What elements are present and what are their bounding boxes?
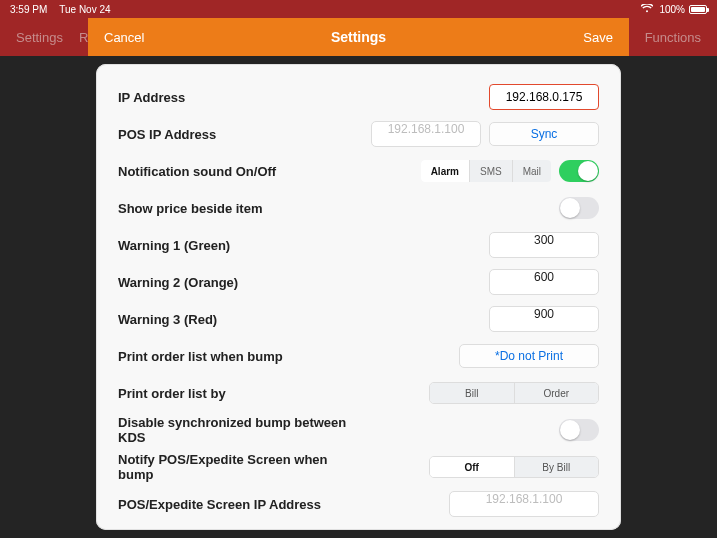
w2-input[interactable]: 600 (489, 269, 599, 295)
seg-order[interactable]: Order (514, 383, 599, 403)
seg-sms[interactable]: SMS (470, 160, 513, 182)
showprice-toggle[interactable] (559, 197, 599, 219)
cancel-button[interactable]: Cancel (104, 30, 144, 45)
battery-percent: 100% (659, 4, 685, 15)
status-bar: 3:59 PM Tue Nov 24 100% (0, 0, 717, 18)
w1-input[interactable]: 300 (489, 232, 599, 258)
seg-bill[interactable]: Bill (430, 383, 514, 403)
nav-functions[interactable]: Functions (645, 30, 701, 45)
disablesync-toggle[interactable] (559, 419, 599, 441)
modal-header: Cancel Settings Save (88, 18, 629, 56)
label-ip: IP Address (118, 90, 354, 105)
sync-button[interactable]: Sync (489, 122, 599, 146)
seg-bybill[interactable]: By Bill (514, 457, 599, 477)
label-printby: Print order list by (118, 386, 354, 401)
label-disablesync: Disable synchronized bump between KDS (118, 415, 354, 445)
label-w3: Warning 3 (Red) (118, 312, 354, 327)
seg-mail[interactable]: Mail (513, 160, 551, 182)
notifypos-segmented[interactable]: Off By Bill (429, 456, 599, 478)
expip-input[interactable]: 192.168.1.100 (449, 491, 599, 517)
battery-indicator: 100% (659, 4, 707, 15)
seg-off[interactable]: Off (430, 457, 514, 477)
label-showprice: Show price beside item (118, 201, 354, 216)
label-w1: Warning 1 (Green) (118, 238, 354, 253)
label-expip: POS/Expedite Screen IP Address (118, 497, 354, 512)
notif-segmented[interactable]: Alarm SMS Mail (421, 160, 551, 182)
modal-body: IP Address 192.168.0.175 POS IP Address … (96, 64, 621, 530)
printby-segmented[interactable]: Bill Order (429, 382, 599, 404)
pos-ip-input[interactable]: 192.168.1.100 (371, 121, 481, 147)
settings-modal: Cancel Settings Save IP Address 192.168.… (88, 18, 629, 538)
save-button[interactable]: Save (583, 30, 613, 45)
status-time: 3:59 PM (10, 4, 47, 15)
label-notif: Notification sound On/Off (118, 164, 354, 179)
printbump-button[interactable]: *Do not Print (459, 344, 599, 368)
modal-title: Settings (88, 29, 629, 45)
label-w2: Warning 2 (Orange) (118, 275, 354, 290)
seg-alarm[interactable]: Alarm (421, 160, 470, 182)
ip-value[interactable]: 192.168.0.175 (489, 84, 599, 110)
label-printbump: Print order list when bump (118, 349, 354, 364)
notif-toggle[interactable] (559, 160, 599, 182)
label-notifypos: Notify POS/Expedite Screen when bump (118, 452, 354, 482)
wifi-icon (641, 4, 653, 15)
status-date: Tue Nov 24 (59, 4, 110, 15)
w3-input[interactable]: 900 (489, 306, 599, 332)
nav-settings[interactable]: Settings (16, 30, 63, 45)
label-pos-ip: POS IP Address (118, 127, 354, 142)
